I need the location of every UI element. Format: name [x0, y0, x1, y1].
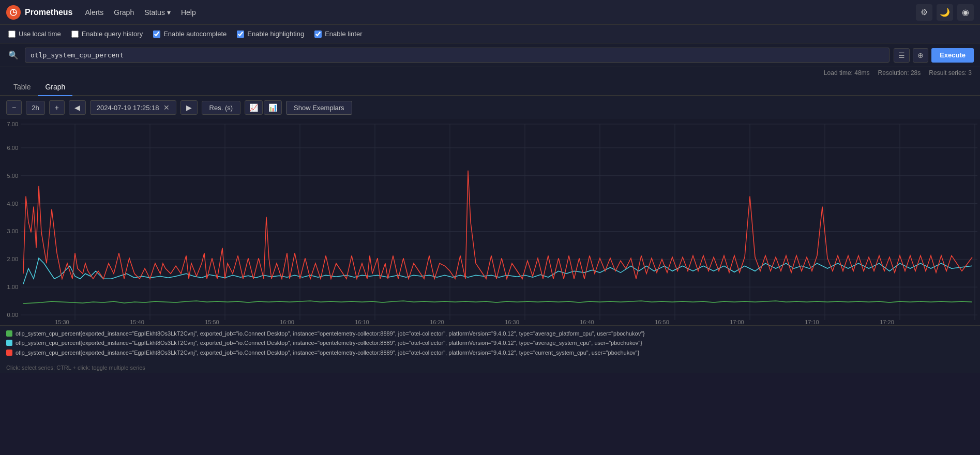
svg-text:17:10: 17:10 [805, 319, 819, 325]
time-increase-btn[interactable]: + [49, 100, 65, 115]
checkbox-highlighting[interactable]: Enable highlighting [237, 30, 304, 38]
time-forward-btn[interactable]: ▶ [180, 100, 198, 115]
svg-text:0.00: 0.00 [7, 312, 18, 318]
checkbox-query-history[interactable]: Enable query history [71, 30, 143, 38]
nav-help[interactable]: Help [181, 8, 196, 17]
chart-mode-buttons: 📈 📊 [245, 100, 282, 115]
legend-text-1: otlp_system_cpu_percent{exported_instanc… [16, 339, 642, 347]
svg-text:17:20: 17:20 [880, 319, 894, 325]
svg-text:5.00: 5.00 [7, 173, 18, 179]
svg-text:1.00: 1.00 [7, 284, 18, 290]
line-chart-btn[interactable]: 📈 [245, 100, 263, 115]
execute-button[interactable]: Execute [931, 48, 974, 63]
metrics-explorer-btn[interactable]: ⊕ [913, 48, 928, 63]
legend-hint: Click: select series; CTRL + click: togg… [0, 362, 980, 373]
legend-item-1[interactable]: otlp_system_cpu_percent{exported_instanc… [6, 339, 974, 347]
svg-text:16:50: 16:50 [655, 319, 669, 325]
datetime-display: 2024-07-19 17:25:18 [97, 104, 159, 112]
svg-text:2.00: 2.00 [7, 256, 18, 262]
linter-checkbox[interactable] [314, 31, 322, 38]
format-icon-btn[interactable]: ☰ [894, 48, 910, 63]
show-exemplars-btn[interactable]: Show Exemplars [286, 101, 352, 115]
settings-icon-btn[interactable]: ⚙ [916, 4, 932, 21]
controls-row: − 2h + ◀ 2024-07-19 17:25:18 ✕ ▶ Res. (s… [0, 96, 980, 119]
svg-text:4.00: 4.00 [7, 201, 18, 207]
svg-rect-1 [0, 119, 980, 325]
legend-text-2: otlp_system_cpu_percent{exported_instanc… [16, 349, 639, 357]
legend-color-1 [6, 340, 12, 346]
autocomplete-checkbox[interactable] [153, 31, 160, 38]
time-decrease-btn[interactable]: − [6, 100, 22, 115]
stacked-chart-btn[interactable]: 📊 [264, 100, 282, 115]
legend-item-0[interactable]: otlp_system_cpu_percent{exported_instanc… [6, 330, 974, 338]
svg-text:16:20: 16:20 [430, 319, 444, 325]
checkbox-linter[interactable]: Enable linter [314, 30, 362, 38]
toolbar-row: Use local time Enable query history Enab… [0, 25, 980, 43]
svg-text:15:40: 15:40 [130, 319, 144, 325]
checkbox-local-time[interactable]: Use local time [8, 30, 61, 38]
nav-status-dropdown[interactable]: Status ▾ [144, 8, 171, 17]
stats-row: Load time: 48ms Resolution: 28s Result s… [0, 67, 980, 79]
legend-color-2 [6, 350, 12, 356]
tab-graph[interactable]: Graph [38, 79, 72, 96]
svg-text:3.00: 3.00 [7, 228, 18, 234]
theme-toggle-btn[interactable]: 🌙 [937, 4, 953, 21]
search-row: 🔍 ☰ ⊕ Execute [0, 43, 980, 67]
checkbox-autocomplete[interactable]: Enable autocomplete [153, 30, 227, 38]
resolution-stat: Resolution: 28s [878, 69, 921, 77]
prometheus-logo [6, 5, 21, 20]
query-input[interactable] [25, 48, 889, 63]
highlighting-checkbox[interactable] [237, 31, 244, 38]
nav-graph[interactable]: Graph [114, 8, 134, 17]
legend-area: otlp_system_cpu_percent{exported_instanc… [0, 326, 980, 362]
svg-text:15:50: 15:50 [205, 319, 219, 325]
legend-color-0 [6, 330, 12, 337]
local-time-checkbox[interactable] [8, 31, 16, 38]
query-history-checkbox[interactable] [71, 31, 79, 38]
time-range-display: 2024-07-19 17:25:18 ✕ [90, 100, 176, 115]
resolution-btn[interactable]: Res. (s) [202, 101, 241, 115]
clear-time-btn[interactable]: ✕ [163, 103, 170, 112]
chart-container: .grid-line { stroke: #2a2d3e; stroke-wid… [0, 119, 980, 326]
result-series-stat: Result series: 3 [929, 69, 972, 77]
navbar-brand: Prometheus [25, 8, 72, 17]
search-right-buttons: ☰ ⊕ Execute [894, 48, 974, 63]
tab-table[interactable]: Table [6, 79, 38, 96]
chart-svg: .grid-line { stroke: #2a2d3e; stroke-wid… [0, 119, 980, 325]
load-time-stat: Load time: 48ms [824, 69, 870, 77]
svg-text:15:30: 15:30 [55, 319, 69, 325]
search-icon-btn[interactable]: 🔍 [6, 48, 21, 62]
tab-row: Table Graph [0, 79, 980, 96]
time-back-btn[interactable]: ◀ [69, 100, 86, 115]
navbar-right: ⚙ 🌙 ◉ [916, 4, 974, 21]
legend-text-0: otlp_system_cpu_percent{exported_instanc… [16, 330, 645, 338]
navbar: Prometheus Alerts Graph Status ▾ Help ⚙ … [0, 0, 980, 25]
duration-display: 2h [26, 101, 44, 115]
nav-alerts[interactable]: Alerts [85, 8, 103, 17]
svg-text:7.00: 7.00 [7, 121, 18, 127]
svg-text:16:40: 16:40 [580, 319, 594, 325]
svg-text:6.00: 6.00 [7, 145, 18, 151]
svg-text:16:10: 16:10 [355, 319, 369, 325]
legend-item-2[interactable]: otlp_system_cpu_percent{exported_instanc… [6, 349, 974, 357]
navbar-links: Alerts Graph Status ▾ Help [85, 8, 916, 17]
svg-text:16:30: 16:30 [505, 319, 519, 325]
svg-text:17:00: 17:00 [730, 319, 744, 325]
user-icon-btn[interactable]: ◉ [957, 4, 974, 21]
svg-text:16:00: 16:00 [280, 319, 294, 325]
